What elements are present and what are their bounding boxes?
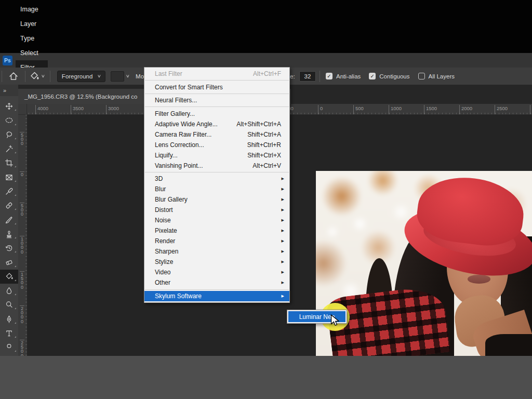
filter-menu-item[interactable]: Render ▶ <box>144 236 289 246</box>
tool-button[interactable] <box>0 326 18 340</box>
tool-button[interactable] <box>0 340 18 354</box>
tool-button[interactable] <box>0 156 18 170</box>
filter-menu-item[interactable] <box>145 172 289 172</box>
ruler-label: 3000 <box>530 105 532 115</box>
tool-list <box>0 96 18 354</box>
submenu-arrow-icon: ▶ <box>282 218 285 222</box>
filter-menu-item[interactable]: Last Filter Alt+Ctrl+F <box>144 69 289 79</box>
filter-menu-item[interactable]: Other ▶ <box>144 277 289 288</box>
filter-menu-item[interactable]: Blur ▶ <box>144 184 289 194</box>
option-checkbox[interactable]: ✓ All Layers <box>418 73 455 79</box>
filter-menu-item[interactable] <box>145 80 289 81</box>
menu-item[interactable]: Select <box>16 46 48 60</box>
ruler-label: 3500 <box>71 105 84 115</box>
tool-icon <box>5 343 14 352</box>
filter-menu-item[interactable] <box>145 107 289 107</box>
photo-shoulder <box>485 334 532 356</box>
tool-icon <box>5 201 14 210</box>
filter-menu-item[interactable]: Video ▶ <box>144 267 289 277</box>
filter-menu-item[interactable]: Filter Gallery... <box>144 109 289 119</box>
tool-button[interactable] <box>0 298 18 312</box>
option-checkboxes: ✓ Anti-alias ✓ Contiguous ✓ All Layers <box>326 73 463 79</box>
divider <box>25 71 25 82</box>
fill-source-dropdown[interactable]: Foreground ∨ <box>57 71 105 82</box>
tool-button[interactable] <box>0 170 18 184</box>
menu-item[interactable]: Layer <box>16 17 48 31</box>
paint-bucket-icon[interactable] <box>29 71 39 82</box>
ruler-label: 4000 <box>35 105 48 115</box>
filter-menu-item[interactable]: Adaptive Wide Angle... Alt+Shift+Ctrl+A <box>144 119 289 129</box>
filter-menu-item[interactable] <box>145 94 289 94</box>
tool-button[interactable] <box>0 255 18 269</box>
tools-collapse-button[interactable]: » <box>0 85 18 96</box>
menu-bar: Ps FileEditImageLayerTypeSelectFilter3DV… <box>0 53 532 68</box>
tool-button[interactable] <box>0 227 18 241</box>
submenu-arrow-icon: ▶ <box>282 239 285 243</box>
tool-icon <box>5 329 14 338</box>
checkbox-icon: ✓ <box>418 73 425 79</box>
tool-button[interactable] <box>0 241 18 255</box>
tool-button[interactable] <box>0 113 18 127</box>
filter-menu-item[interactable]: Pixelate ▶ <box>144 225 289 236</box>
tolerance-input[interactable]: 32 <box>299 71 316 82</box>
tool-button[interactable] <box>0 142 18 156</box>
tool-button[interactable] <box>0 128 18 142</box>
menu-item[interactable]: Image <box>16 2 48 17</box>
filter-menu-item[interactable]: Lens Correction... Shift+Ctrl+R <box>144 140 289 150</box>
filter-menu-item[interactable]: Camera Raw Filter... Shift+Ctrl+A <box>144 129 289 140</box>
filter-menu-item[interactable]: Sharpen ▶ <box>144 246 289 257</box>
home-icon[interactable] <box>8 71 19 82</box>
filter-menu-item[interactable]: Distort ▶ <box>144 205 289 215</box>
tool-icon <box>5 272 14 281</box>
ruler-label: 0 <box>318 105 323 115</box>
menu-item[interactable]: Type <box>16 31 48 46</box>
filter-menu-item[interactable]: Liquify... Shift+Ctrl+X <box>144 150 289 161</box>
ruler-label: 1000 <box>20 236 24 254</box>
filter-menu-item[interactable] <box>145 289 289 290</box>
tools-panel: » <box>0 85 18 356</box>
tool-icon <box>5 187 14 196</box>
submenu-arrow-icon: ▶ <box>282 294 285 298</box>
ruler-corner <box>18 104 27 115</box>
filter-menu-item[interactable]: Noise ▶ <box>144 215 289 225</box>
ruler-label: 3000 <box>106 105 119 115</box>
ruler-label: 2500 <box>20 340 24 356</box>
tool-icon <box>5 116 14 125</box>
submenu-arrow-icon: ▶ <box>282 197 285 202</box>
submenu-arrow-icon: ▶ <box>282 260 285 264</box>
pattern-swatch[interactable] <box>111 71 124 82</box>
tool-button[interactable] <box>0 284 18 298</box>
filter-menu-item[interactable]: Convert for Smart Filters <box>144 82 289 92</box>
filter-menu-item[interactable]: Vanishing Point... Alt+Ctrl+V <box>144 161 289 171</box>
tool-button[interactable] <box>0 184 18 198</box>
chevron-down-icon[interactable]: ∨ <box>41 74 45 78</box>
ruler-label: 500 <box>20 132 24 146</box>
photo-face-detail <box>468 275 490 284</box>
ruler-label: 1500 <box>20 271 24 289</box>
filter-menu-item[interactable]: Skylum Software ▶ <box>144 291 289 301</box>
vertical-ruler: 50005001000150020002500 <box>18 115 27 356</box>
filter-menu-item[interactable]: Stylize ▶ <box>144 257 289 267</box>
chevron-down-icon[interactable]: ∨ <box>126 74 130 78</box>
ruler-label: 2000 <box>459 105 472 115</box>
tool-button[interactable] <box>0 212 18 227</box>
filter-menu-item[interactable]: Blur Gallery ▶ <box>144 194 289 205</box>
ruler-label: 1000 <box>389 105 402 115</box>
tool-button[interactable] <box>0 270 18 284</box>
filter-menu-item[interactable]: Neural Filters... <box>144 95 289 105</box>
tool-button[interactable] <box>0 99 18 113</box>
tolerance-label-partial: e: <box>290 73 295 79</box>
ruler-label: 2000 <box>20 305 24 324</box>
tool-icon <box>5 216 14 224</box>
tool-icon <box>5 173 14 182</box>
photoshop-window: Ps FileEditImageLayerTypeSelectFilter3DV… <box>0 0 532 399</box>
filter-menu-item[interactable]: 3D ▶ <box>144 174 289 184</box>
tool-button[interactable] <box>0 198 18 212</box>
photoshop-logo: Ps <box>3 56 12 65</box>
option-checkbox[interactable]: ✓ Contiguous <box>369 73 409 79</box>
tool-button[interactable] <box>0 312 18 326</box>
top-letterbox <box>0 0 532 53</box>
submenu-arrow-icon: ▶ <box>282 281 285 285</box>
photo-overlay <box>316 171 532 356</box>
option-checkbox[interactable]: ✓ Anti-alias <box>326 73 361 79</box>
